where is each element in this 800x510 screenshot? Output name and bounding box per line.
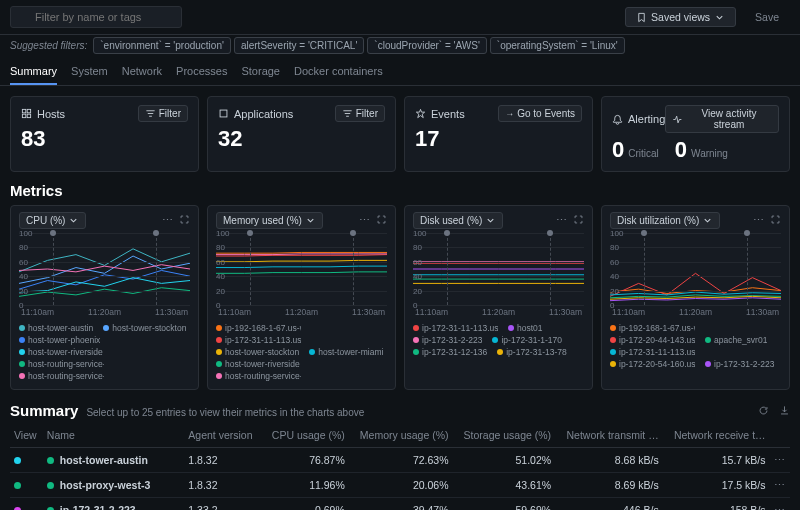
column-header[interactable]: Agent version (184, 423, 262, 448)
column-header[interactable]: Network receive t… (663, 423, 770, 448)
download-icon[interactable] (779, 405, 790, 418)
x-tick: 11:20am (285, 307, 318, 317)
more-icon[interactable]: ⋯ (753, 214, 764, 227)
column-header[interactable] (770, 423, 790, 448)
legend-item[interactable]: host-tower-austin (19, 323, 93, 333)
legend-item[interactable]: host-tower-stockton (216, 347, 299, 357)
legend-item[interactable]: host01 (508, 323, 543, 333)
memory-usage: 72.63% (349, 448, 453, 473)
metric-title-dropdown[interactable]: Disk used (%) (413, 212, 503, 229)
y-tick: 40 (19, 272, 28, 281)
suggested-filter-pill[interactable]: alertSeverity = 'CRITICAL' (234, 37, 364, 54)
tab-network[interactable]: Network (122, 59, 162, 85)
legend-item[interactable]: host-tower-riverside (19, 347, 103, 357)
suggested-filter-pill[interactable]: `environment` = 'production' (93, 37, 231, 54)
x-tick: 11:30am (352, 307, 385, 317)
legend-item[interactable]: host-routing-service-1 (19, 359, 104, 369)
hosts-filter-button[interactable]: Filter (138, 105, 188, 122)
legend-item[interactable]: host-tower-miami (309, 347, 383, 357)
tab-processes[interactable]: Processes (176, 59, 227, 85)
legend-item[interactable]: ip-192-168-1-67.us-west… (216, 323, 301, 333)
legend-item[interactable]: ip-172-31-2-223 (705, 359, 774, 369)
apps-card: Applications Filter 32 (207, 96, 396, 172)
suggested-filter-pill[interactable]: `cloudProvider` = 'AWS' (367, 37, 486, 54)
view-activity-stream-button[interactable]: View activity stream (665, 105, 779, 133)
legend-item[interactable]: ip-172-31-2-223 (413, 335, 482, 345)
expand-icon[interactable] (573, 214, 584, 227)
tab-docker-containers[interactable]: Docker containers (294, 59, 383, 85)
table-row[interactable]: host-proxy-west-31.8.3211.96%20.06%43.61… (10, 473, 790, 498)
y-tick: 80 (610, 243, 619, 252)
legend-item[interactable]: apache_svr01 (705, 335, 767, 345)
legend-item[interactable]: ip-172-20-44-143.us-we… (610, 335, 695, 345)
legend-item[interactable]: ip-172-31-1-170 (492, 335, 561, 345)
svg-rect-4 (220, 110, 227, 117)
legend-item[interactable]: ip-172-31-11-113.us-we… (610, 347, 695, 357)
filter-icon (342, 108, 353, 119)
expand-icon[interactable] (376, 214, 387, 227)
more-icon[interactable]: ⋯ (162, 214, 173, 227)
column-header[interactable]: View (10, 423, 43, 448)
legend-item[interactable]: ip-172-31-13-78 (497, 347, 566, 357)
chart-area[interactable]: 100806040200 (413, 233, 584, 305)
y-tick: 0 (216, 301, 220, 310)
metric-title-dropdown[interactable]: Memory used (%) (216, 212, 323, 229)
legend-item[interactable]: host-tower-riverside (216, 359, 300, 369)
column-header[interactable]: CPU usage (%) (262, 423, 349, 448)
column-header[interactable]: Memory usage (%) (349, 423, 453, 448)
x-tick: 11:20am (679, 307, 712, 317)
row-more-icon[interactable]: ⋯ (770, 448, 790, 473)
legend-item[interactable]: ip-172-20-54-160.us-we… (610, 359, 695, 369)
y-tick: 20 (413, 286, 422, 295)
refresh-icon[interactable] (758, 405, 769, 418)
svg-rect-3 (27, 114, 30, 117)
go-to-events-button[interactable]: →Go to Events (498, 105, 582, 122)
row-more-icon[interactable]: ⋯ (770, 473, 790, 498)
legend-item[interactable]: host-routing-service-3 (19, 371, 104, 381)
tab-system[interactable]: System (71, 59, 108, 85)
save-button[interactable]: Save (744, 7, 790, 27)
suggested-filter-pill[interactable]: `operatingSystem` = 'Linux' (490, 37, 625, 54)
y-tick: 80 (216, 243, 225, 252)
legend-item[interactable]: host-tower-phoenix (19, 335, 100, 345)
agent-version: 1.8.32 (184, 448, 262, 473)
saved-views-button[interactable]: Saved views (625, 7, 736, 27)
legend-item[interactable]: ip-192-168-1-67.us-west… (610, 323, 695, 333)
filter-input[interactable] (10, 6, 182, 28)
expand-icon[interactable] (179, 214, 190, 227)
chevron-down-icon (68, 215, 79, 226)
chevron-down-icon (714, 12, 725, 23)
chart-area[interactable]: 100806040200 (216, 233, 387, 305)
legend-item[interactable]: host-tower-stockton (103, 323, 186, 333)
events-label: Events (431, 108, 465, 120)
more-icon[interactable]: ⋯ (359, 214, 370, 227)
column-header[interactable]: Name (43, 423, 185, 448)
table-row[interactable]: host-tower-austin1.8.3276.87%72.63%51.02… (10, 448, 790, 473)
metric-card: Disk utilization (%) ⋯10080604020011:10a… (601, 205, 790, 390)
table-row[interactable]: ip-172-31-2-2231.33.20.69%39.47%59.69%44… (10, 498, 790, 511)
expand-icon[interactable] (770, 214, 781, 227)
memory-usage: 20.06% (349, 473, 453, 498)
y-tick: 100 (216, 229, 229, 238)
legend-item[interactable]: host-routing-service-3 (216, 371, 301, 381)
apps-filter-button[interactable]: Filter (335, 105, 385, 122)
legend-item[interactable]: ip-172-31-12-136 (413, 347, 487, 357)
y-tick: 40 (610, 272, 619, 281)
suggested-label: Suggested filters: (10, 40, 87, 51)
chart-area[interactable]: 100806040200 (610, 233, 781, 305)
row-more-icon[interactable]: ⋯ (770, 498, 790, 511)
more-icon[interactable]: ⋯ (556, 214, 567, 227)
status-dot (47, 457, 54, 464)
legend-item[interactable]: ip-172-31-11-113.us-wes… (413, 323, 498, 333)
tab-summary[interactable]: Summary (10, 59, 57, 85)
x-tick: 11:10am (218, 307, 251, 317)
y-tick: 100 (413, 229, 426, 238)
column-header[interactable]: Network transmit … (555, 423, 663, 448)
svg-rect-1 (27, 109, 30, 112)
column-header[interactable]: Storage usage (%) (453, 423, 556, 448)
metric-title-dropdown[interactable]: CPU (%) (19, 212, 86, 229)
chart-area[interactable]: 100806040200 (19, 233, 190, 305)
tab-storage[interactable]: Storage (241, 59, 280, 85)
legend-item[interactable]: ip-172-31-11-113.us-wes… (216, 335, 301, 345)
metric-title-dropdown[interactable]: Disk utilization (%) (610, 212, 720, 229)
